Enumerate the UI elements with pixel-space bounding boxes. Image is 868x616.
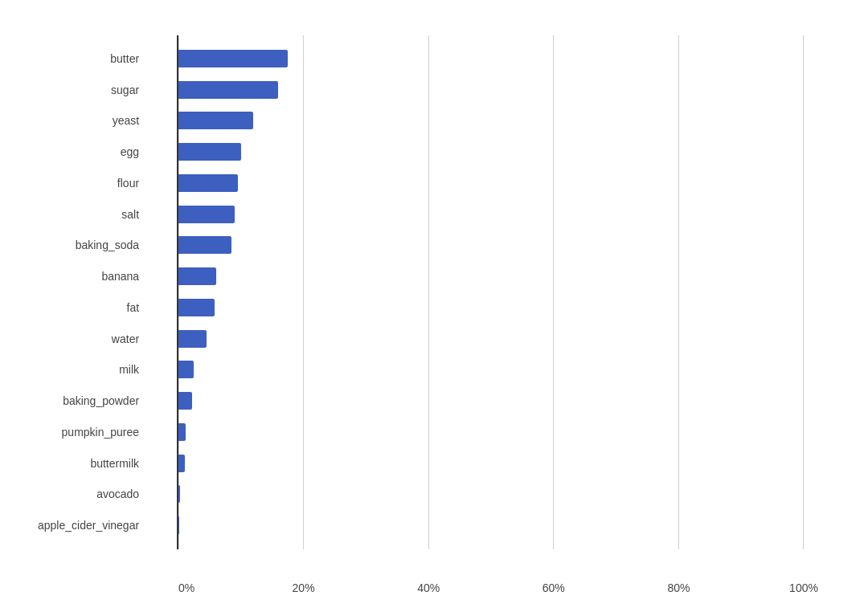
bar xyxy=(178,236,231,254)
y-axis-label: salt xyxy=(38,203,147,226)
chart-container: buttersugaryeasteggfloursaltbaking_sodab… xyxy=(32,19,836,598)
bar xyxy=(178,112,253,129)
bar xyxy=(178,361,194,378)
bar xyxy=(178,267,216,285)
x-axis-label: 0% xyxy=(178,581,194,594)
x-axis-label: 60% xyxy=(542,581,565,594)
x-axis-label: 20% xyxy=(293,581,315,594)
bar xyxy=(178,143,241,161)
y-axis-label: water xyxy=(38,328,147,350)
y-axis-label: butter xyxy=(38,47,147,70)
bar xyxy=(178,299,215,316)
x-axis-label: 40% xyxy=(417,581,440,594)
bar xyxy=(178,455,185,472)
bar-row xyxy=(178,109,804,132)
y-axis-label: buttermilk xyxy=(38,452,147,475)
bar xyxy=(178,330,207,348)
bar-row xyxy=(178,390,804,412)
bar-row xyxy=(178,79,804,101)
bar xyxy=(178,50,288,67)
bar xyxy=(178,392,192,410)
y-axis-label: egg xyxy=(38,141,147,163)
bar xyxy=(178,423,186,441)
bar-row xyxy=(178,203,804,226)
y-axis-labels: buttersugaryeasteggfloursaltbaking_sodab… xyxy=(38,35,147,549)
bar-row xyxy=(178,514,804,536)
bar-row xyxy=(178,296,804,319)
y-axis-label: banana xyxy=(38,265,147,288)
bars-wrapper xyxy=(178,35,804,549)
y-axis-label: avocado xyxy=(38,483,147,505)
y-axis-label: baking_soda xyxy=(38,234,147,256)
bar-row xyxy=(178,141,804,163)
y-axis-label: apple_cider_vinegar xyxy=(38,514,147,536)
bar xyxy=(178,516,179,534)
y-axis-label: milk xyxy=(38,358,147,381)
y-axis-label: baking_powder xyxy=(38,390,147,412)
bar-row xyxy=(178,483,804,505)
y-axis-label: fat xyxy=(38,296,147,319)
y-axis-label: flour xyxy=(38,172,147,194)
y-axis-label: pumpkin_puree xyxy=(38,421,147,443)
y-axis-label: yeast xyxy=(38,109,147,132)
bar xyxy=(178,206,235,223)
x-axis-label: 100% xyxy=(789,581,818,594)
bar-row xyxy=(178,452,804,475)
bar-row xyxy=(178,358,804,381)
bar-row xyxy=(178,421,804,443)
bar xyxy=(178,81,278,99)
bar xyxy=(178,485,180,503)
bar-row xyxy=(178,172,804,194)
bar-row xyxy=(178,47,804,70)
bar-row xyxy=(178,328,804,350)
x-axis-label: 80% xyxy=(667,581,690,594)
chart-area: buttersugaryeasteggfloursaltbaking_sodab… xyxy=(177,35,804,549)
bar-row xyxy=(178,265,804,288)
bar xyxy=(178,174,238,192)
bar-row xyxy=(178,234,804,256)
y-axis-label: sugar xyxy=(38,79,147,101)
